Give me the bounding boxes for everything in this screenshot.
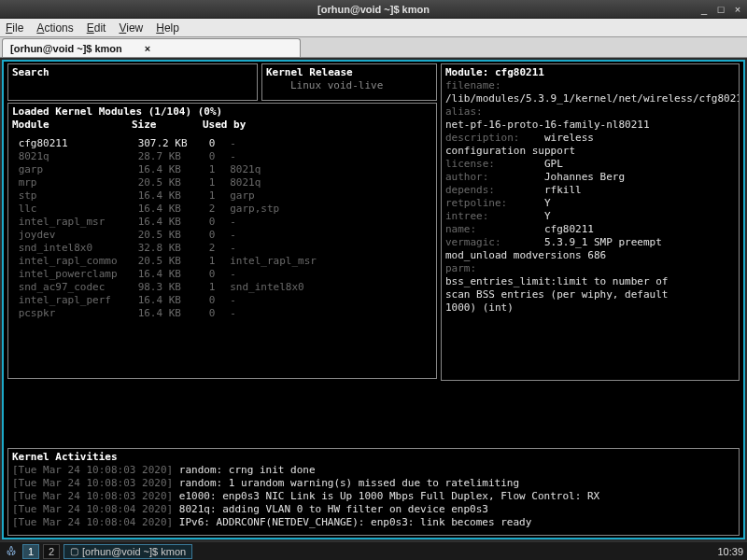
- module-field: name: cfg80211: [445, 223, 735, 236]
- table-row[interactable]: mrp 20.5 KB 1 8021q: [12, 176, 432, 189]
- module-field: intree: Y: [445, 210, 735, 223]
- table-row[interactable]: 8021q 28.7 KB 0 -: [12, 150, 432, 163]
- table-row[interactable]: stp 16.4 KB 1 garp: [12, 189, 432, 203]
- tab-terminal[interactable]: [orhun@void ~]$ kmon ×: [2, 38, 301, 57]
- module-field: 1000) (int): [445, 301, 735, 315]
- table-row[interactable]: intel_powerclamp16.4 KB 0 -: [12, 268, 432, 281]
- table-row[interactable]: llc 16.4 KB 2 garp,stp: [12, 203, 432, 216]
- module-field: parm:: [445, 262, 735, 275]
- module-info-panel: Module: cfg80211 filename: /lib/modules/…: [441, 63, 740, 381]
- kernel-release-title: Kernel Release: [266, 66, 432, 79]
- window-minimize-button[interactable]: _: [698, 4, 710, 15]
- module-field: mod_unload modversions 686: [445, 249, 735, 262]
- kernel-release-value: Linux void-live: [266, 79, 432, 92]
- window-title: [orhun@void ~]$ kmon: [317, 4, 430, 15]
- table-row[interactable]: snd_ac97_codec 98.3 KB 1 snd_intel8x0: [12, 281, 432, 294]
- search-title: Search: [12, 66, 253, 79]
- menu-help[interactable]: Help: [156, 21, 179, 35]
- window-titlebar: [orhun@void ~]$ kmon _ □ ×: [0, 0, 747, 19]
- activity-line: [Tue Mar 24 10:08:03 2020] random: crng …: [12, 464, 735, 477]
- activity-line: [Tue Mar 24 10:08:03 2020] random: 1 ura…: [12, 477, 735, 490]
- module-field: bss_entries_limit:limit to number of: [445, 275, 735, 288]
- tab-label: [orhun@void ~]$ kmon: [10, 43, 122, 54]
- table-row[interactable]: intel_rapl_msr 16.4 KB 0 -: [12, 216, 432, 229]
- module-field: author: Johannes Berg: [445, 171, 735, 184]
- kernel-activities-title: Kernel Activities: [12, 451, 735, 464]
- workspace-2[interactable]: 2: [43, 544, 60, 559]
- activity-line: [Tue Mar 24 10:08:04 2020] 8021q: adding…: [12, 503, 735, 516]
- search-panel[interactable]: Search: [7, 63, 258, 101]
- module-field: retpoline: Y: [445, 197, 735, 210]
- taskbar-clock: 10:39: [717, 546, 743, 557]
- table-row[interactable]: cfg80211 307.2 KB 0 -: [12, 137, 432, 150]
- table-row[interactable]: pcspkr 16.4 KB 0 -: [12, 307, 432, 320]
- workspace-1[interactable]: 1: [22, 544, 39, 559]
- module-field: alias:: [445, 105, 735, 119]
- taskbar-window-label: [orhun@void ~]$ kmon: [82, 546, 186, 557]
- menu-bar: File Actions Edit View Help: [0, 19, 747, 37]
- menu-edit[interactable]: Edit: [87, 21, 106, 35]
- terminal-icon: ▢: [70, 546, 78, 556]
- loaded-modules-panel[interactable]: Loaded Kernel Modules (1/104) (0%) Modul…: [7, 103, 437, 379]
- window-maximize-button[interactable]: □: [715, 4, 726, 15]
- table-row[interactable]: intel_rapl_perf 16.4 KB 0 -: [12, 294, 432, 307]
- terminal-pane[interactable]: Search Kernel Release Linux void-live Mo…: [2, 60, 745, 539]
- start-menu-icon[interactable]: [4, 544, 19, 559]
- module-field: scan BSS entries (per wiphy, default: [445, 288, 735, 301]
- kernel-activities-panel: Kernel Activities [Tue Mar 24 10:08:03 2…: [7, 448, 740, 536]
- module-info-title: Module: cfg80211: [445, 66, 735, 79]
- tab-close-icon[interactable]: ×: [145, 43, 150, 54]
- activity-line: [Tue Mar 24 10:08:04 2020] IPv6: ADDRCON…: [12, 516, 735, 529]
- module-field: vermagic: 5.3.9_1 SMP preempt: [445, 236, 735, 249]
- loaded-modules-title: Loaded Kernel Modules (1/104) (0%): [12, 105, 432, 119]
- menu-file[interactable]: File: [6, 21, 23, 35]
- module-field: description: wireless: [445, 132, 735, 145]
- activity-line: [Tue Mar 24 10:08:03 2020] e1000: enp0s3…: [12, 490, 735, 503]
- module-field: license: GPL: [445, 158, 735, 171]
- taskbar: 1 2 ▢ [orhun@void ~]$ kmon 10:39: [0, 541, 747, 560]
- menu-view[interactable]: View: [119, 21, 143, 35]
- taskbar-window-button[interactable]: ▢ [orhun@void ~]$ kmon: [63, 544, 192, 559]
- tab-strip: [orhun@void ~]$ kmon ×: [0, 37, 747, 58]
- window-close-button[interactable]: ×: [732, 4, 743, 15]
- menu-actions[interactable]: Actions: [36, 21, 73, 35]
- table-row[interactable]: snd_intel8x0 32.8 KB 2 -: [12, 242, 432, 255]
- table-row[interactable]: garp 16.4 KB 1 8021q: [12, 163, 432, 176]
- table-header: ModuleSizeUsed by: [12, 119, 432, 132]
- module-field: configuration support: [445, 145, 735, 158]
- module-field: /lib/modules/5.3.9_1/kernel/net/wireless…: [445, 92, 735, 105]
- module-field: filename:: [445, 79, 735, 92]
- table-row[interactable]: intel_rapl_commo20.5 KB 1 intel_rapl_msr: [12, 255, 432, 268]
- module-field: depends: rfkill: [445, 184, 735, 197]
- module-field: net-pf-16-proto-16-family-nl80211: [445, 119, 735, 132]
- table-row[interactable]: joydev 20.5 KB 0 -: [12, 229, 432, 242]
- kernel-release-panel: Kernel Release Linux void-live: [261, 63, 437, 101]
